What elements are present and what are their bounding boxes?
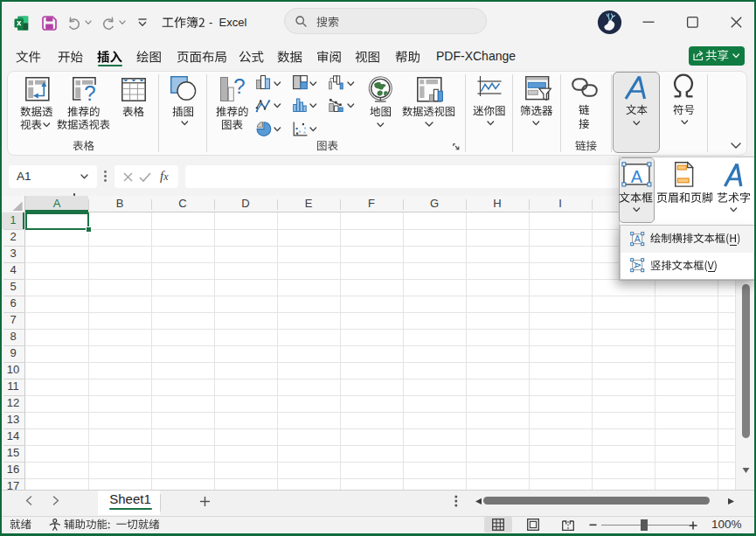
svg-text:A: A [631,167,643,186]
svg-text:?: ? [233,74,245,98]
svg-text:A: A [635,233,641,244]
svg-text:A: A [632,261,642,268]
svg-text:?: ? [84,81,95,105]
